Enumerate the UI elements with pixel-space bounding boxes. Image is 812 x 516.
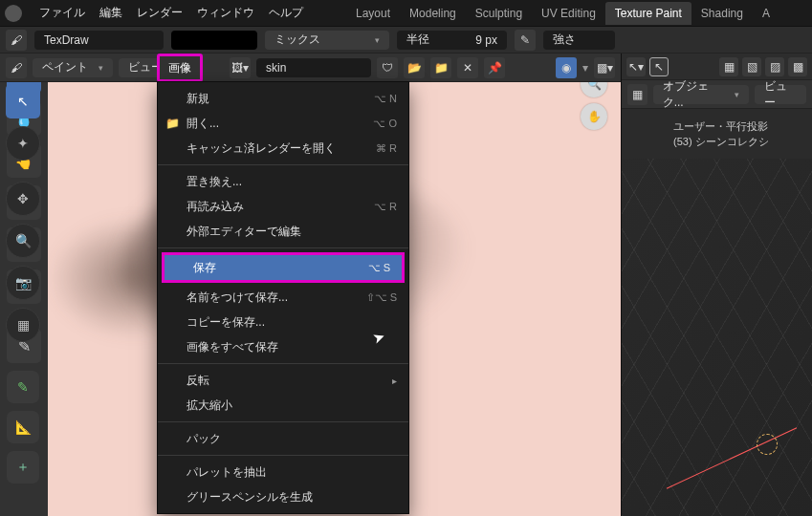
display-channels-icon[interactable]: ▩▾ xyxy=(594,57,615,78)
tab-layout[interactable]: Layout xyxy=(346,2,400,25)
tab-more[interactable]: A xyxy=(753,2,779,25)
select-tool-icon[interactable]: ↖ xyxy=(6,84,40,118)
menu-separator xyxy=(158,247,408,248)
blender-logo xyxy=(5,5,22,22)
tool-settings-bar: 🖌 TexDraw ミックス 半径9 px ✎ 強さ xyxy=(0,27,812,54)
viewport-3d[interactable] xyxy=(622,159,812,516)
zoom-gizmo-icon[interactable]: 🔍 xyxy=(6,224,40,258)
right-view-menu[interactable]: ビュー xyxy=(755,85,806,104)
menu-separator xyxy=(158,164,408,165)
tab-modeling[interactable]: Modeling xyxy=(400,2,466,25)
annotate-tool-icon[interactable]: ✎ xyxy=(7,371,39,403)
shortcut: ⌥ N xyxy=(374,93,397,105)
image-name-field[interactable]: skin xyxy=(256,58,371,77)
image-dropdown: 新規⌥ N 📁開く...⌥ O キャッシュ済レンダーを開く⌘ R 置き換え...… xyxy=(157,81,409,514)
paint-mode-dropdown[interactable]: ペイント xyxy=(33,58,113,77)
folder-icon[interactable]: 📁 xyxy=(430,57,451,78)
projection-label: ユーザー・平行投影 xyxy=(673,118,802,134)
image-editor-header: 🖌 ペイント ビュー 🖼▾ skin 🛡 📂 📁 ✕ 📌 ◉ ▾ ▩▾ xyxy=(0,54,621,82)
show-overlay-icon[interactable]: ◉ xyxy=(556,57,577,78)
radius-label: 半径 xyxy=(406,32,429,48)
workspace-tabs: Layout Modeling Sculpting UV Editing Tex… xyxy=(346,2,779,25)
mode-label: オブジェク... xyxy=(663,78,725,111)
menu-generate-gp[interactable]: グリースペンシルを生成 xyxy=(158,484,408,509)
tab-uv[interactable]: UV Editing xyxy=(532,2,605,25)
cursor-dropdown-icon[interactable]: ↖▾ xyxy=(626,57,646,76)
editor-type-icon[interactable]: ▦ xyxy=(627,84,647,105)
menu-save-all[interactable]: 画像をすべて保存 xyxy=(158,334,408,359)
viewport-info: ユーザー・平行投影 (53) シーンコレクシ xyxy=(622,109,812,159)
menu-save[interactable]: 保存 ➤ ⌥ S xyxy=(162,252,405,283)
browse-icon[interactable]: 📂 xyxy=(404,57,425,78)
strength-field[interactable]: 強さ xyxy=(543,31,615,50)
nav-gizmo-icon[interactable]: ✦ xyxy=(6,126,40,161)
radius-field[interactable]: 半径9 px xyxy=(397,31,507,50)
radius-value: 9 px xyxy=(475,33,497,47)
interaction-mode-dropdown[interactable]: オブジェク... xyxy=(653,85,750,104)
blend-mode-dropdown[interactable]: ミックス xyxy=(265,31,389,50)
brush-name-field[interactable]: TexDraw xyxy=(34,31,164,50)
viewport-gizmos: ↖ ✦ ✥ 🔍 📷 ▦ ✎ 📐 ＋ xyxy=(6,84,40,484)
camera-gizmo-icon[interactable]: 📷 xyxy=(6,266,40,300)
image-new-icon[interactable]: 🖼▾ xyxy=(230,57,251,78)
right-header-2: ▦ オブジェク... ビュー xyxy=(622,80,812,109)
measure-tool-icon[interactable]: 📐 xyxy=(7,411,39,443)
shortcut: ⌥ R xyxy=(374,201,397,213)
right-viewport: ↖▾ ↖ ▦ ▧ ▨ ▩ ▦ オブジェク... ビュー ユーザー・平行投影 (5… xyxy=(621,54,812,516)
menu-open[interactable]: 📁開く...⌥ O xyxy=(158,111,408,136)
brush-color-swatch[interactable] xyxy=(171,31,257,50)
viewport-grid xyxy=(622,159,812,516)
overlay-icon-3[interactable]: ▨ xyxy=(765,57,784,76)
overlay-icon-4[interactable]: ▩ xyxy=(788,57,807,76)
cursor-select-icon[interactable]: ↖ xyxy=(649,57,669,76)
blend-mode-label: ミックス xyxy=(274,32,320,48)
shortcut: ⇧⌥ S xyxy=(366,291,397,304)
menu-separator xyxy=(158,455,408,456)
scene-label: (53) シーンコレクシ xyxy=(673,134,802,149)
add-tool-icon[interactable]: ＋ xyxy=(7,451,39,484)
image-menu-wrapper: 画像 新規⌥ N 📁開く...⌥ O キャッシュ済レンダーを開く⌘ R 置き換え… xyxy=(157,54,203,82)
top-menubar: ファイル 編集 レンダー ウィンドウ ヘルプ Layout Modeling S… xyxy=(0,0,812,27)
menu-extract-palette[interactable]: パレットを抽出 xyxy=(158,460,408,484)
tab-texture-paint[interactable]: Texture Paint xyxy=(605,2,691,25)
menu-edit[interactable]: 編集 xyxy=(99,5,122,21)
menu-open-cached[interactable]: キャッシュ済レンダーを開く⌘ R xyxy=(158,136,408,161)
shortcut: ⌥ S xyxy=(368,262,390,274)
menu-reload[interactable]: 再読み込み⌥ R xyxy=(158,194,408,219)
paint-mode-label: ペイント xyxy=(42,59,88,75)
shield-icon[interactable]: 🛡 xyxy=(377,57,398,78)
menu-render[interactable]: レンダー xyxy=(137,5,183,21)
overlay-icon-1[interactable]: ▦ xyxy=(719,57,738,76)
move-gizmo-icon[interactable]: ✥ xyxy=(6,182,40,216)
menu-separator xyxy=(158,421,408,422)
menu-replace[interactable]: 置き換え... xyxy=(158,169,408,194)
pan-button[interactable]: ✋ xyxy=(581,103,607,130)
pin-icon[interactable]: 📌 xyxy=(484,57,505,78)
menu-window[interactable]: ウィンドウ xyxy=(197,5,254,21)
perspective-gizmo-icon[interactable]: ▦ xyxy=(6,308,40,342)
menu-resize[interactable]: 拡大縮小 xyxy=(158,393,408,418)
image-menu-button[interactable]: 画像 xyxy=(157,54,203,82)
menu-pack[interactable]: パック xyxy=(158,426,408,451)
overlay-dropdown-icon[interactable]: ▾ xyxy=(582,61,588,75)
menu-separator xyxy=(158,363,408,364)
shortcut: ⌘ R xyxy=(376,142,397,155)
right-header-1: ↖▾ ↖ ▦ ▧ ▨ ▩ xyxy=(622,54,812,80)
menu-invert[interactable]: 反転 xyxy=(158,368,408,393)
menu-file[interactable]: ファイル xyxy=(39,5,85,21)
tab-sculpt[interactable]: Sculpting xyxy=(466,2,532,25)
folder-icon: 📁 xyxy=(165,117,180,130)
brush-icon[interactable]: 🖌 xyxy=(6,30,27,51)
unlink-icon[interactable]: ✕ xyxy=(457,57,478,78)
tab-shading[interactable]: Shading xyxy=(691,2,753,25)
menu-save-as[interactable]: 名前をつけて保存...⇧⌥ S xyxy=(158,285,408,310)
3d-cursor-icon xyxy=(757,434,778,455)
overlay-icon-2[interactable]: ▧ xyxy=(742,57,761,76)
menu-edit-external[interactable]: 外部エディターで編集 xyxy=(158,219,408,244)
menu-new[interactable]: 新規⌥ N xyxy=(158,86,408,111)
shortcut: ⌥ O xyxy=(373,118,397,130)
editor-brush-icon[interactable]: 🖌 xyxy=(6,57,27,78)
radius-pressure-icon[interactable]: ✎ xyxy=(515,30,536,51)
menu-help[interactable]: ヘルプ xyxy=(269,5,303,21)
menu-save-copy[interactable]: コピーを保存... xyxy=(158,310,408,334)
